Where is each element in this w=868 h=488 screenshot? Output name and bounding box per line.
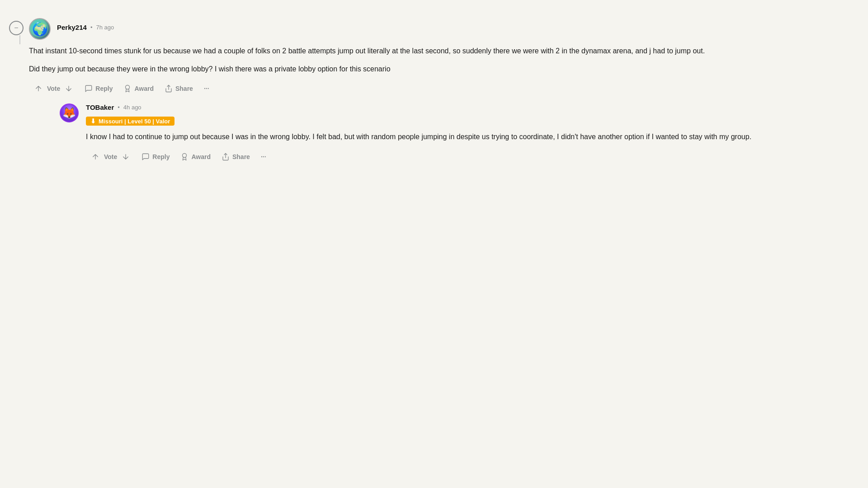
reply-reply-button[interactable]: Reply (137, 150, 174, 164)
reply-icon (85, 84, 93, 93)
reply-paragraph-1: I know I had to continue to jump out bec… (86, 131, 859, 143)
nested-comment: 🦊 TOBaker • 4h ago (60, 103, 859, 164)
reply-icon (142, 153, 150, 161)
reply-more-label: ··· (261, 153, 266, 160)
share-button[interactable]: Share (160, 82, 198, 95)
award-icon (123, 84, 132, 93)
separator: • (118, 104, 120, 111)
reply-header: TOBaker • 4h ago (86, 103, 859, 111)
reply-downvote-button[interactable] (119, 151, 132, 163)
paragraph-2: Did they jump out because they were in t… (29, 63, 859, 75)
vote-group: Vote (29, 81, 78, 96)
reply-action-bar: Vote (86, 149, 859, 164)
comment-thread: − Perky214 • 7h ago That instant 10-seco… (9, 18, 859, 164)
svg-point-2 (183, 153, 187, 157)
award-button[interactable]: Award (119, 82, 158, 95)
reply-username[interactable]: TOBaker (86, 103, 114, 111)
collapse-button[interactable]: − (9, 21, 24, 35)
vote-label: Vote (47, 85, 60, 92)
reply-reply-label: Reply (152, 153, 170, 160)
comment-text: That instant 10-second times stunk for u… (29, 45, 859, 75)
flair-badge: ⬇ Missouri | Level 50 | Valor (86, 117, 175, 126)
reply-share-button[interactable]: Share (217, 150, 255, 164)
more-label: ··· (204, 85, 209, 92)
svg-point-0 (126, 85, 130, 89)
action-bar: Vote Reply (29, 81, 859, 96)
timestamp-value: 7h ago (96, 24, 114, 31)
reply-timestamp: 4h ago (123, 104, 142, 111)
share-icon (222, 153, 230, 161)
upvote-icon (91, 153, 99, 161)
reply-vote-group: Vote (86, 149, 135, 164)
downvote-icon (65, 84, 73, 93)
flair-text: Missouri | Level 50 | Valor (99, 118, 170, 125)
collapse-column: − (9, 18, 24, 44)
avatar: 🦊 (60, 103, 79, 122)
reply-award-button[interactable]: Award (176, 150, 215, 164)
reply-more-button[interactable]: ··· (256, 150, 271, 163)
share-icon (165, 84, 173, 93)
award-label: Award (134, 85, 154, 92)
reply-button[interactable]: Reply (80, 82, 117, 95)
reply-share-label: Share (232, 153, 250, 160)
top-comment: − Perky214 • 7h ago That instant 10-seco… (9, 18, 859, 164)
share-label: Share (175, 85, 193, 92)
downvote-icon (122, 153, 130, 161)
timestamp: • (90, 24, 93, 31)
reply-body: TOBaker • 4h ago ⬇ Missouri | Level 50 |… (86, 103, 859, 164)
username[interactable]: Perky214 (57, 23, 87, 31)
comment-header: Perky214 • 7h ago (57, 23, 114, 31)
thread-line (19, 35, 20, 44)
more-button[interactable]: ··· (199, 82, 214, 95)
reply-award-label: Award (191, 153, 211, 160)
upvote-icon (34, 84, 42, 93)
award-icon (180, 153, 189, 161)
upvote-button[interactable] (32, 83, 45, 94)
reply-text: I know I had to continue to jump out bec… (86, 131, 859, 143)
downvote-button[interactable] (62, 83, 75, 94)
reply-upvote-button[interactable] (89, 151, 102, 163)
reply-label: Reply (95, 85, 113, 92)
reply-vote-label: Vote (104, 153, 117, 160)
flair-icon: ⬇ (90, 117, 96, 125)
avatar (29, 18, 51, 40)
paragraph-1: That instant 10-second times stunk for u… (29, 45, 859, 57)
